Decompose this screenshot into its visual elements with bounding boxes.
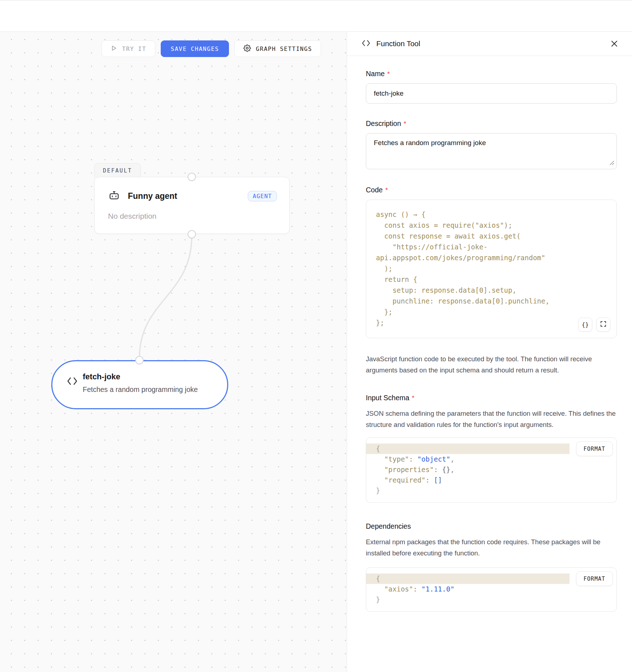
try-it-button[interactable]: TRY IT: [101, 40, 155, 57]
agent-output-handle[interactable]: [188, 230, 196, 239]
required-asterisk: *: [404, 120, 406, 128]
function-tool-panel: Function Tool Name * Description * Fetch…: [347, 32, 632, 672]
node-funny-agent[interactable]: Funny agent AGENT No description: [94, 177, 290, 234]
required-asterisk: *: [412, 394, 414, 402]
input-schema-help-text: JSON schema defining the parameters that…: [366, 408, 617, 430]
format-code-button[interactable]: {}: [578, 318, 592, 332]
code-label: Code *: [366, 186, 617, 194]
expand-code-button[interactable]: [596, 318, 610, 332]
panel-title: Function Tool: [376, 39, 420, 48]
group-tab-default[interactable]: DEFAULT: [94, 163, 141, 178]
description-label: Description *: [366, 119, 617, 128]
dependencies-label: Dependencies: [366, 522, 617, 531]
group-tab-label: DEFAULT: [103, 167, 132, 174]
graph-canvas[interactable]: TRY IT SAVE CHANGES GRAPH SETTINGS DEFAU…: [0, 32, 347, 672]
panel-header: Function Tool: [347, 32, 632, 56]
code-help-text: JavaScript function code to be executed …: [366, 353, 617, 376]
format-dependencies-button[interactable]: FORMAT: [576, 571, 613, 586]
graph-settings-label: GRAPH SETTINGS: [256, 45, 312, 52]
code-brackets-icon: [67, 376, 78, 387]
tool-input-handle[interactable]: [135, 356, 144, 365]
panel-body: Name * Description * Fetches a random pr…: [347, 56, 632, 626]
agent-input-handle[interactable]: [188, 173, 196, 181]
dependencies-editor[interactable]: { "axios": "1.11.0"} FORMAT: [366, 567, 617, 612]
try-it-label: TRY IT: [122, 45, 146, 52]
agent-type-badge: AGENT: [248, 191, 277, 201]
format-schema-button[interactable]: FORMAT: [576, 441, 613, 456]
node-fetch-joke[interactable]: fetch-joke Fetches a random programming …: [51, 360, 228, 409]
play-icon: [111, 45, 117, 53]
save-changes-button[interactable]: SAVE CHANGES: [161, 40, 229, 57]
robot-icon: [108, 189, 120, 203]
edge-agent-to-tool: [0, 32, 347, 672]
save-changes-label: SAVE CHANGES: [171, 45, 219, 52]
name-input[interactable]: [366, 83, 617, 104]
description-textarea[interactable]: Fetches a random programming joke: [366, 133, 617, 169]
fullscreen-icon: [600, 321, 606, 328]
required-asterisk: *: [385, 186, 388, 194]
agent-node-description: No description: [95, 203, 289, 221]
close-panel-button[interactable]: [608, 38, 620, 50]
input-schema-editor[interactable]: { "type": "object", "properties": {}, "r…: [366, 437, 617, 503]
app-shell: TRY IT SAVE CHANGES GRAPH SETTINGS DEFAU…: [0, 32, 632, 672]
tool-node-title: fetch-joke: [83, 372, 120, 381]
input-schema-label: Input Schema *: [366, 394, 617, 402]
canvas-toolbar: TRY IT SAVE CHANGES GRAPH SETTINGS: [101, 40, 321, 57]
braces-icon: {}: [582, 321, 589, 328]
function-tool-icon: [362, 39, 371, 48]
gear-icon: [243, 44, 251, 53]
required-asterisk: *: [387, 70, 390, 78]
code-editor[interactable]: async () ⇒ { const axios = require("axio…: [366, 200, 617, 338]
dependencies-help-text: External npm packages that the function …: [366, 536, 617, 559]
tool-node-description: Fetches a random programming joke: [83, 385, 216, 394]
window-top-bar: [0, 0, 632, 32]
graph-settings-button[interactable]: GRAPH SETTINGS: [234, 40, 321, 57]
name-label: Name *: [366, 70, 617, 78]
agent-node-title: Funny agent: [128, 191, 177, 201]
